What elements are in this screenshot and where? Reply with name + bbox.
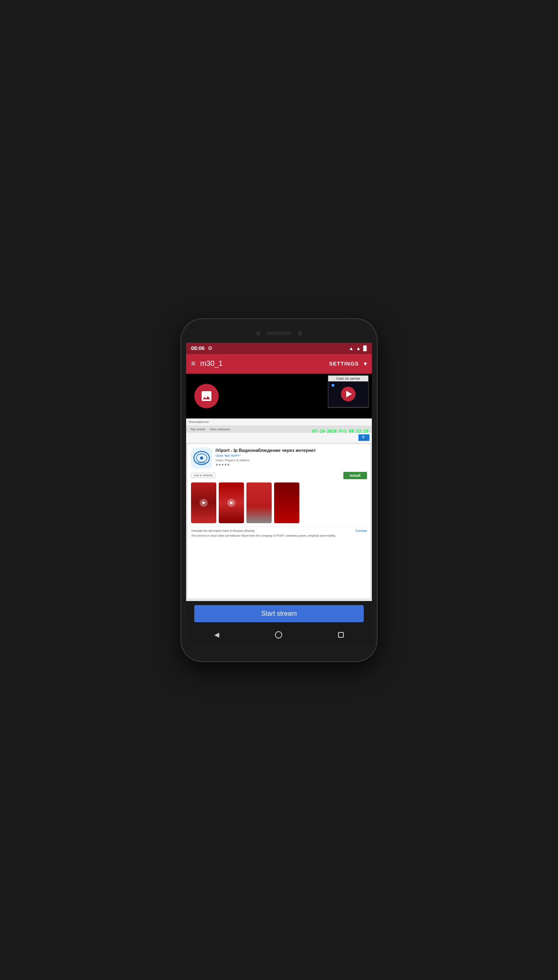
- cam-placeholder: [194, 384, 219, 408]
- svg-text:iViport: iViport: [198, 461, 205, 464]
- wishlist-button[interactable]: Add to Wishlist: [191, 473, 215, 478]
- screenshot-4: [274, 482, 299, 523]
- browser-url: t/home&hi=en: [189, 420, 209, 424]
- ss-inner-2: [219, 482, 244, 523]
- description-text: The service of cloud video surveillance …: [191, 534, 367, 538]
- tab-new-releases[interactable]: New releases: [209, 427, 231, 432]
- top-bezel: [186, 324, 372, 343]
- dropdown-icon[interactable]: ▾: [364, 360, 367, 368]
- start-stream-button[interactable]: Start stream: [194, 605, 364, 622]
- app-name: iViport - Ip Видеонаблюдение через интер…: [215, 447, 367, 453]
- status-right: ▲ ▲ ▉: [349, 346, 367, 351]
- iviport-logo: iViport: [193, 449, 211, 467]
- install-button[interactable]: Install: [343, 472, 367, 479]
- speaker: [267, 332, 291, 335]
- app-actions: Add to Wishlist Install: [191, 472, 367, 479]
- ss-play-2: [227, 499, 235, 507]
- screen-inner: t/home&hi=en 07-10-2020 Fri 09:32:10 Top…: [186, 418, 372, 601]
- play-button[interactable]: [341, 387, 356, 401]
- app-rating: ★★★★★: [215, 463, 367, 467]
- phone-screen: 08:06 ⚙ ▲ ▲ ▉ ≡ m30_1 SETTINGS ▾: [186, 324, 372, 656]
- screenshot-2: [219, 482, 244, 523]
- settings-icon: ⚙: [208, 345, 213, 351]
- recents-button[interactable]: [338, 632, 344, 638]
- search-area: 🔍: [186, 433, 372, 443]
- wifi-icon: ▲: [349, 346, 354, 351]
- browser-top: t/home&hi=en: [186, 418, 372, 426]
- app-details: iViport - Ip Видеонаблюдение через интер…: [215, 447, 367, 469]
- timestamp: 07-10-2020 Fri 09:32:10: [312, 429, 369, 434]
- bottom-bar: Start stream: [186, 601, 372, 626]
- tab-top-charts[interactable]: Top charts: [189, 427, 207, 432]
- app-bar: ≡ m30_1 SETTINGS ▾: [186, 354, 372, 374]
- front-camera: [256, 331, 260, 335]
- cam-on-server-widget[interactable]: Cam on server: [328, 375, 369, 408]
- screenshot-3: [246, 482, 272, 523]
- ss-inner-3: [246, 482, 272, 523]
- stream-view: t/home&hi=en 07-10-2020 Fri 09:32:10 Top…: [186, 418, 372, 601]
- screenshot-1: [191, 482, 216, 523]
- status-bar: 08:06 ⚙ ▲ ▲ ▉: [186, 343, 372, 354]
- search-box[interactable]: 🔍: [358, 434, 369, 441]
- back-button[interactable]: ◀: [214, 631, 219, 639]
- app-developer: ООО "ВИ ПОРТ": [215, 454, 367, 458]
- cam-preview: Cam on server: [186, 374, 372, 418]
- nav-bar: ◀: [186, 626, 372, 643]
- app-title: m30_1: [200, 359, 324, 368]
- status-left: 08:06 ⚙: [191, 345, 213, 351]
- translate-text: Translate the description back to Russia…: [191, 529, 255, 532]
- app-category: Video Players & Editors: [215, 458, 367, 462]
- cam-on-server-label: Cam on server: [328, 376, 368, 381]
- status-time: 08:06: [191, 345, 204, 351]
- sensors: [298, 331, 302, 335]
- image-icon: [200, 390, 213, 403]
- translate-link[interactable]: Translate: [355, 529, 367, 532]
- app-icon: iViport: [191, 447, 212, 469]
- app-screenshots: [191, 482, 367, 523]
- home-button[interactable]: [275, 631, 282, 639]
- signal-icon: ▲: [356, 346, 361, 351]
- battery-icon: ▉: [363, 346, 367, 351]
- cam-dot: [332, 384, 334, 387]
- translate-row: Translate the description back to Russia…: [191, 529, 367, 532]
- search-icon: 🔍: [362, 436, 366, 440]
- description-area: Translate the description back to Russia…: [191, 526, 367, 538]
- content-area: Cam on server t/home&hi=en 07-1: [186, 374, 372, 643]
- menu-icon[interactable]: ≡: [191, 359, 196, 368]
- ss-inner-1: [191, 482, 216, 523]
- cam-on-server-video[interactable]: [328, 381, 368, 407]
- settings-button[interactable]: SETTINGS: [329, 361, 359, 367]
- app-header: iViport iViport - Ip Видеонаблюдение чер…: [191, 447, 367, 469]
- svg-point-2: [200, 456, 203, 459]
- ss-inner-4: [274, 482, 299, 523]
- app-card: iViport iViport - Ip Видеонаблюдение чер…: [188, 444, 370, 598]
- ss-play-1: [200, 499, 208, 507]
- bottom-bezel: [186, 643, 372, 656]
- phone-device: 08:06 ⚙ ▲ ▲ ▉ ≡ m30_1 SETTINGS ▾: [181, 319, 377, 661]
